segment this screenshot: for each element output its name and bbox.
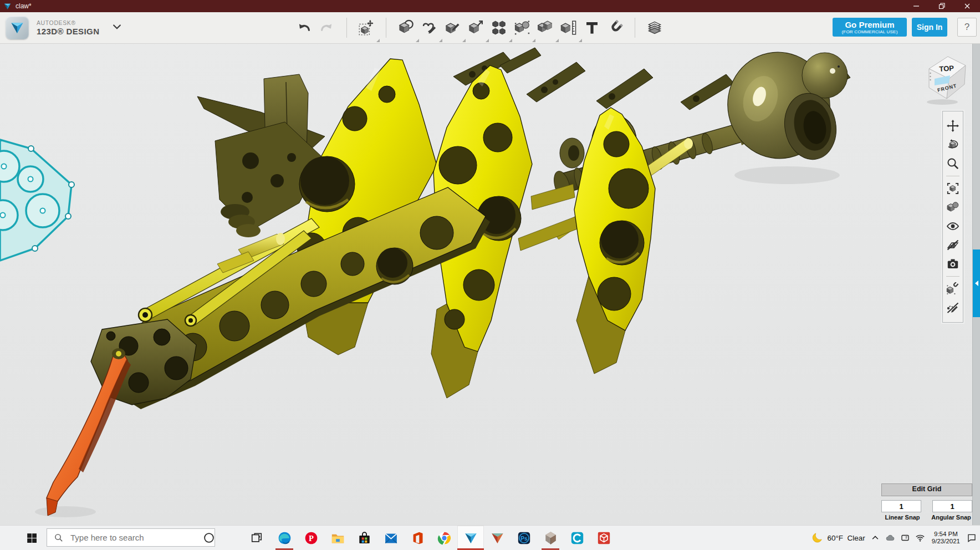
- modify-tool-button[interactable]: [466, 18, 485, 37]
- sketch-profile[interactable]: [0, 140, 74, 261]
- expand-left-arrow-icon: [975, 281, 978, 286]
- text-icon: [584, 19, 600, 36]
- taskbar-app-cura[interactable]: [564, 526, 590, 550]
- sketch-toggle-icon: [946, 301, 959, 314]
- tray-chevron-up-icon[interactable]: [870, 533, 880, 543]
- transform-icon: [358, 19, 375, 36]
- svg-text:P: P: [309, 533, 314, 542]
- undo-icon: [295, 19, 312, 36]
- construct-tool-button[interactable]: [443, 18, 462, 37]
- viewport[interactable]: TOP FRONT Edit Grid Linear Snap Angular …: [0, 43, 980, 526]
- screenshot-icon: [946, 257, 959, 271]
- orbit-icon: [946, 138, 959, 151]
- angular-snap-input[interactable]: [932, 500, 972, 512]
- taskbar-app-123d-design[interactable]: [457, 526, 484, 550]
- toolbar-separator: [635, 18, 635, 38]
- pattern-icon: [491, 19, 507, 36]
- cortana-button[interactable]: [197, 526, 221, 550]
- pan-nav-button[interactable]: [946, 119, 960, 133]
- taskbar-app-meshmixer[interactable]: [484, 526, 511, 550]
- clock[interactable]: 9:54 PM 9/23/2021: [930, 531, 962, 545]
- linear-snap-label: Linear Snap: [881, 514, 923, 521]
- snap-toggle-nav-button[interactable]: [946, 282, 960, 296]
- fit-nav-button[interactable]: [946, 181, 960, 196]
- shade-nav-button[interactable]: [946, 200, 960, 215]
- main-toolbar: AUTODESK® 123D® DESIGN Go Premium (FOR C…: [0, 12, 980, 44]
- viewcube[interactable]: TOP FRONT: [923, 52, 974, 105]
- store-icon: [357, 531, 372, 546]
- app-menu[interactable]: AUTODESK® 123D® DESIGN: [6, 16, 122, 39]
- weather-moon-icon[interactable]: [810, 532, 822, 544]
- zoom-nav-button[interactable]: [946, 156, 960, 171]
- text-tool-button[interactable]: [583, 18, 601, 37]
- brand-line1: AUTODESK®: [37, 20, 99, 26]
- sketch-tool-button[interactable]: [420, 18, 438, 37]
- window-title: claw*: [16, 2, 32, 10]
- office-icon: [410, 531, 425, 546]
- viewport-canvas[interactable]: [0, 43, 980, 526]
- go-premium-button[interactable]: Go Premium (FOR COMMERCIAL USE): [833, 18, 907, 37]
- shade-icon: [946, 201, 959, 214]
- visibility-nav-button[interactable]: [946, 219, 960, 233]
- grid-toggle-icon: [946, 238, 959, 252]
- minimize-icon: [913, 3, 920, 9]
- group-icon: [514, 19, 530, 36]
- taskbar-app-mail[interactable]: [377, 526, 404, 550]
- file-explorer-icon: [330, 531, 345, 546]
- linear-snap-input[interactable]: [881, 500, 921, 512]
- tablet-workspace-icon[interactable]: [900, 533, 910, 543]
- claw-model[interactable]: [35, 43, 850, 517]
- primitives-tool-button[interactable]: [396, 18, 415, 37]
- taskbar-search[interactable]: [47, 528, 215, 547]
- sign-in-button[interactable]: Sign In: [912, 18, 947, 37]
- chrome-icon: [437, 531, 452, 546]
- close-icon: [964, 3, 971, 9]
- screenshot-nav-button[interactable]: [946, 257, 960, 271]
- search-input[interactable]: [69, 532, 199, 543]
- taskbar-app-3d-model[interactable]: [537, 526, 564, 550]
- orbit-nav-button[interactable]: [946, 138, 960, 152]
- minimize-button[interactable]: [904, 0, 929, 12]
- tray-date: 9/23/2021: [932, 538, 960, 545]
- material-tool-button[interactable]: [645, 18, 664, 37]
- mail-icon: [384, 531, 399, 546]
- help-button[interactable]: ?: [957, 18, 977, 37]
- snap-tool-button[interactable]: [606, 18, 625, 37]
- taskbar-app-chrome[interactable]: [431, 526, 457, 550]
- undo-tool-button[interactable]: [294, 18, 313, 37]
- restore-button[interactable]: [929, 0, 955, 12]
- chevron-down-icon: [111, 21, 122, 32]
- weather-text[interactable]: 60°F Clear: [827, 534, 865, 542]
- group-tool-button[interactable]: [513, 18, 532, 37]
- action-center-icon[interactable]: [967, 533, 977, 543]
- taskbar-app-pinterest[interactable]: P: [298, 526, 324, 550]
- taskbar-app-file-explorer[interactable]: [324, 526, 351, 550]
- taskbar-app-edge[interactable]: [271, 526, 298, 550]
- onedrive-cloud-icon[interactable]: [885, 533, 895, 543]
- taskbar-app-office[interactable]: [404, 526, 431, 550]
- redo-tool-button: [318, 18, 336, 37]
- grid-toggle-nav-button[interactable]: [946, 238, 960, 252]
- taskbar-app-cad-cube[interactable]: [590, 526, 617, 550]
- viewcube-top-label[interactable]: TOP: [939, 64, 955, 73]
- search-icon: [54, 533, 64, 543]
- app-menu-dropdown[interactable]: [111, 21, 122, 34]
- photoshop-express-icon: Ps: [517, 531, 532, 546]
- side-panel-expand-tab[interactable]: [973, 249, 980, 317]
- wifi-icon[interactable]: [915, 533, 925, 543]
- taskbar-app-store[interactable]: [351, 526, 377, 550]
- measure-tool-button[interactable]: [559, 18, 578, 37]
- construct-icon: [444, 19, 461, 36]
- edit-grid-button[interactable]: Edit Grid: [881, 483, 972, 496]
- sketch-toggle-nav-button[interactable]: [946, 301, 960, 315]
- transform-tool-button[interactable]: [357, 18, 376, 37]
- tool-buttons: [292, 12, 666, 43]
- snap-icon: [607, 19, 624, 36]
- close-button[interactable]: [955, 0, 980, 12]
- combine-tool-button[interactable]: [536, 18, 555, 37]
- taskbar-app-photoshop-express[interactable]: Ps: [511, 526, 537, 550]
- start-button[interactable]: [19, 526, 44, 550]
- pattern-tool-button[interactable]: [489, 18, 508, 37]
- restore-icon: [938, 3, 945, 9]
- task-view-button[interactable]: [244, 526, 269, 550]
